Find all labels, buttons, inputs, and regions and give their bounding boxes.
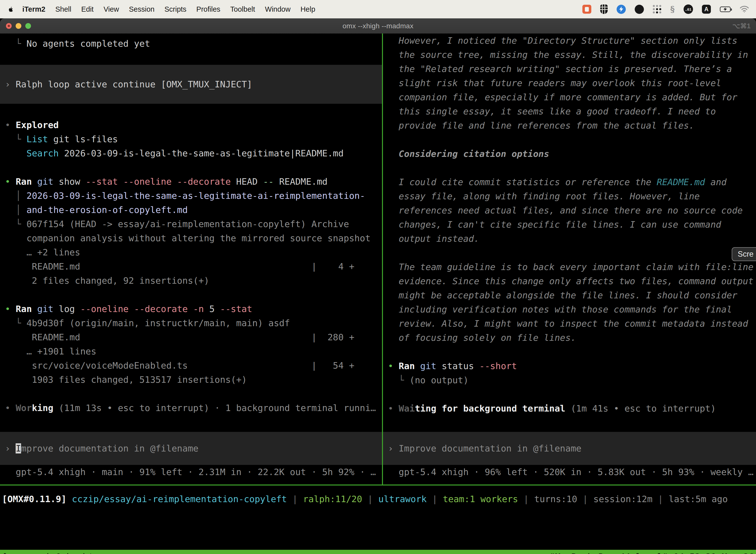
terminal-line: evidence. Since this change only affects… — [388, 274, 756, 288]
a-app-icon[interactable]: A — [702, 5, 711, 14]
screen: iTerm2 ShellEditViewSessionScriptsProfil… — [0, 0, 756, 554]
wifi-icon[interactable] — [740, 5, 749, 13]
terminal-line: › Improve documentation in @filename — [388, 441, 756, 455]
timer-badge-icon[interactable]: ..61 — [684, 4, 693, 14]
battery-charging-icon[interactable] — [720, 6, 731, 12]
menu-item-view[interactable]: View — [104, 5, 119, 13]
terminal-line: changes, I can't cite specific file line… — [388, 217, 756, 232]
tmux-session-label: [omx-cczip0:bash* — [2, 552, 93, 554]
terminal-line: including verification notes with those … — [388, 302, 756, 317]
menu-bar-status-icons: § ..61 A — [582, 4, 749, 14]
blue-bolt-icon[interactable] — [617, 5, 626, 14]
shield-grid-icon[interactable] — [600, 4, 608, 14]
agents-summary: └ No agents completed yet — [0, 37, 382, 51]
terminal-line: README.md | 4 + — [5, 259, 382, 274]
zoom-button[interactable] — [25, 23, 31, 29]
terminal-line: gpt-5.4 xhigh · main · 91% left · 2.31M … — [5, 465, 382, 479]
macos-menu-bar: iTerm2 ShellEditViewSessionScriptsProfil… — [0, 0, 756, 18]
terminal-line: src/voice/voiceModeEnabled.ts | 54 + — [5, 358, 382, 373]
right-session-status: gpt-5.4 xhigh · 96% left · 520K in · 5.8… — [383, 465, 756, 479]
iterm2-window: omx --xhigh --madmax ⌥⌘1 └ No agents com… — [0, 18, 756, 554]
terminal-line: companion analysis without altering the … — [5, 231, 382, 245]
terminal-line — [5, 387, 382, 401]
terminal-content: └ No agents completed yet › Ralph loop a… — [0, 34, 756, 554]
terminal-line: essay file, along with finding root file… — [388, 189, 756, 203]
terminal-line: the source tree, missing the essay. Stil… — [388, 48, 756, 62]
omx-status-bar: [OMX#0.11.9] cczip/essay/ai-reimplementa… — [0, 486, 756, 506]
terminal-line: README.md | 280 + — [5, 330, 382, 344]
terminal-line — [388, 345, 756, 359]
terminal-line: [OMX#0.11.9] cczip/essay/ai-reimplementa… — [2, 492, 756, 506]
apple-menu-icon[interactable] — [6, 6, 15, 13]
terminal-line: Considering citation options — [388, 147, 756, 161]
terminal-line: slight risk that future readers may over… — [388, 76, 756, 90]
terminal-line: │ 2026-03-09-is-legal-the-same-as-legiti… — [5, 189, 382, 203]
terminal-line: › Ralph loop active continue [OMX_TMUX_I… — [5, 77, 382, 91]
terminal-line: this single essay, it seems like a good … — [388, 104, 756, 118]
terminal-line — [388, 132, 756, 147]
terminal-line — [388, 246, 756, 260]
terminal-line: output instead. — [388, 232, 756, 246]
terminal-line: 1903 files changed, 513517 insertions(+) — [5, 373, 382, 387]
menu-item-scripts[interactable]: Scripts — [165, 5, 187, 13]
terminal-line: of focusing solely on file lines. — [388, 331, 756, 345]
terminal-line: └ No agents completed yet — [5, 37, 382, 51]
terminal-line: the "Related research writing" section i… — [388, 62, 756, 76]
terminal-line: └ 4b9d30f (origin/main, instructkr/main,… — [5, 316, 382, 330]
ralph-loop-banner: › Ralph loop active continue [OMX_TMUX_I… — [0, 65, 382, 104]
minimize-button[interactable] — [16, 23, 21, 29]
menu-item-iterm2[interactable]: iTerm2 — [22, 5, 45, 13]
terminal-line: • Working (11m 13s • esc to interrupt) ·… — [5, 401, 382, 415]
menu-item-window[interactable]: Window — [265, 5, 291, 13]
close-button[interactable] — [6, 23, 12, 29]
menu-item-help[interactable]: Help — [300, 5, 315, 13]
terminal-line: • Ran git show --stat --oneline --decora… — [5, 174, 382, 189]
right-prompt-input[interactable]: › Improve documentation in @filename — [383, 432, 756, 465]
terminal-line — [5, 288, 382, 302]
traffic-lights — [6, 18, 31, 34]
terminal-line: … +2 lines — [5, 245, 382, 259]
terminal-line: • Waiting for background terminal (1m 41… — [388, 401, 756, 416]
crescent-app-icon[interactable] — [635, 5, 644, 14]
menu-item-profiles[interactable]: Profiles — [196, 5, 220, 13]
terminal-line: › Improve documentation in @filename — [5, 441, 382, 455]
terminal-line: references need actual files, and since … — [388, 203, 756, 217]
chat-bubble-icon[interactable] — [582, 5, 591, 14]
menu-items: iTerm2 ShellEditViewSessionScriptsProfil… — [22, 5, 315, 13]
menu-item-shell[interactable]: Shell — [55, 5, 71, 13]
tmux-panes: └ No agents completed yet › Ralph loop a… — [0, 34, 756, 486]
menu-item-session[interactable]: Session — [129, 5, 154, 13]
dragon-icon[interactable]: § — [670, 4, 675, 14]
left-agent-pane[interactable]: └ No agents completed yet › Ralph loop a… — [0, 34, 382, 485]
left-prompt-input[interactable]: › Improve documentation in @filename — [0, 432, 382, 465]
terminal-line: • Explored — [5, 118, 382, 132]
dots-grid-icon[interactable] — [653, 5, 661, 13]
terminal-line: └ 067f154 (HEAD -> essay/ai-reimplementa… — [5, 217, 382, 231]
terminal-line: • Ran git status --short — [388, 359, 756, 373]
right-agent-output: However, I noticed the "Directory Struct… — [383, 34, 756, 416]
terminal-line: The team guideline is to back every impo… — [388, 260, 756, 274]
terminal-line: I could cite commit statistics or refere… — [388, 175, 756, 189]
menu-item-toolbelt[interactable]: Toolbelt — [230, 5, 255, 13]
terminal-line: └ (no output) — [388, 373, 756, 387]
menu-item-edit[interactable]: Edit — [81, 5, 93, 13]
terminal-line: might be acceptable alongside the file l… — [388, 288, 756, 302]
terminal-line: └ List git ls-files — [5, 132, 382, 146]
window-title-bar[interactable]: omx --xhigh --madmax ⌥⌘1 — [0, 18, 756, 34]
left-session-status: gpt-5.4 xhigh · main · 91% left · 2.31M … — [0, 465, 382, 479]
terminal-line: review. Also, I might want to inspect th… — [388, 317, 756, 331]
terminal-line: companion file, especially if more comme… — [388, 90, 756, 104]
terminal-line: provide file and line references from th… — [388, 118, 756, 132]
left-agent-output: • Explored └ List git ls-files Search 20… — [0, 118, 382, 415]
terminal-line: However, I noticed the "Directory Struct… — [388, 34, 756, 48]
terminal-line: … +1901 lines — [5, 344, 382, 358]
terminal-line: Search 2026-03-09-is-legal-the-same-as-l… — [5, 146, 382, 160]
terminal-line: 2 files changed, 92 insertions(+) — [5, 274, 382, 288]
terminal-line: • Ran git log --oneline --decorate -n 5 … — [5, 302, 382, 316]
terminal-line — [388, 387, 756, 401]
right-agent-pane[interactable]: However, I noticed the "Directory Struct… — [383, 34, 756, 485]
terminal-line: gpt-5.4 xhigh · 96% left · 520K in · 5.8… — [388, 465, 756, 479]
window-title: omx --xhigh --madmax — [342, 22, 414, 30]
screen-tooltip: Scre — [732, 247, 756, 261]
tmux-host-clock: "MacBook-Pro-44.local" 04:52 31-Mar-26 — [550, 552, 754, 554]
